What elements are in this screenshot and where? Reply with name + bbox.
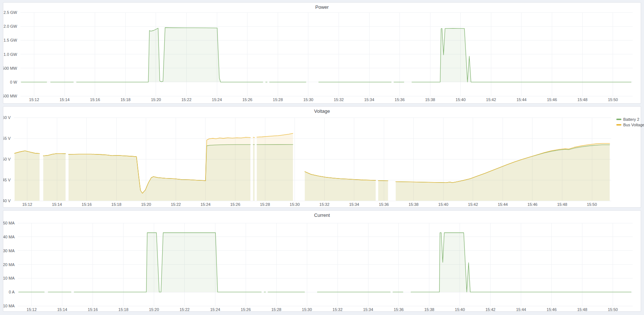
y-tick-label: 60 V (3, 115, 11, 120)
y-tick-label: 2.5 GW (4, 10, 17, 15)
voltage-chart[interactable]: 60 V55 V50 V45 V40 V15:1215:1415:1615:18… (3, 107, 641, 207)
y-tick-label: -10 MA (3, 304, 15, 308)
current-area (74, 233, 261, 292)
x-tick-label: 15:36 (394, 307, 404, 311)
x-tick-label: 15:30 (303, 97, 313, 102)
legend-marker-bus-voltage-icon (616, 124, 621, 126)
x-tick-label: 15:16 (82, 202, 92, 207)
series-paths (21, 28, 631, 82)
x-tick-label: 15:30 (302, 307, 312, 311)
axis-labels: 2.5 GW2.0 GW1.5 GW1.0 GW500 MW0 W-500 MW… (3, 10, 618, 102)
x-tick-label: 15:14 (59, 97, 70, 102)
x-tick-label: 15:32 (332, 307, 343, 311)
legend-item-battery-2[interactable]: Battery 2 (616, 116, 644, 122)
x-tick-label: 15:48 (577, 97, 588, 102)
x-tick-label: 15:12 (27, 307, 37, 311)
gridlines (18, 223, 633, 306)
bus-voltage-area (305, 172, 376, 201)
power-area (77, 28, 263, 82)
bus-voltage-area (69, 137, 250, 201)
legend-item-bus-voltage[interactable]: Bus Voltage (616, 122, 644, 127)
x-tick-label: 15:26 (242, 97, 253, 102)
x-tick-label: 15:24 (210, 307, 220, 311)
y-tick-label: 20 MA (3, 262, 15, 267)
y-tick-label: 0 W (10, 80, 17, 84)
x-tick-label: 15:18 (118, 307, 129, 311)
bus-voltage-area (257, 133, 293, 201)
series-paths (19, 233, 631, 292)
x-tick-label: 15:36 (395, 97, 405, 102)
x-tick-label: 15:28 (271, 307, 281, 311)
x-tick-label: 15:14 (57, 307, 67, 311)
x-tick-label: 15:34 (364, 97, 374, 102)
x-tick-label: 15:40 (438, 202, 449, 207)
power-plot[interactable]: 2.5 GW2.0 GW1.5 GW1.0 GW500 MW0 W-500 MW… (3, 3, 641, 103)
y-tick-label: -500 MW (3, 94, 17, 98)
series-paths (15, 133, 610, 201)
x-tick-label: 15:18 (112, 202, 122, 207)
x-tick-label: 15:12 (22, 202, 32, 207)
panel-title-current[interactable]: Current (3, 212, 641, 218)
x-tick-label: 15:48 (557, 202, 567, 207)
panel-current: Current 50 MA40 MA30 MA20 MA10 MA0 A-10 … (3, 210, 641, 312)
x-tick-label: 15:20 (151, 97, 161, 102)
x-tick-label: 15:26 (230, 202, 241, 207)
x-tick-label: 15:40 (455, 307, 465, 311)
x-tick-label: 15:44 (498, 202, 508, 207)
axis-labels: 50 MA40 MA30 MA20 MA10 MA0 A-10 MA15:121… (3, 221, 618, 311)
bus-voltage-area (378, 181, 388, 201)
x-tick-label: 15:18 (121, 97, 131, 102)
x-tick-label: 15:50 (608, 97, 618, 102)
x-tick-label: 15:50 (587, 202, 597, 207)
x-tick-label: 15:24 (212, 97, 222, 102)
gridlines (20, 12, 633, 96)
x-tick-label: 15:46 (547, 97, 557, 102)
x-tick-label: 15:28 (260, 202, 270, 207)
x-tick-label: 15:50 (608, 307, 618, 311)
y-tick-label: 30 MA (3, 249, 15, 253)
legend-label-battery-2: Battery 2 (623, 117, 639, 122)
x-tick-label: 15:42 (485, 307, 496, 311)
legend-label-bus-voltage: Bus Voltage (623, 123, 644, 127)
x-tick-label: 15:42 (486, 97, 496, 102)
x-tick-label: 15:28 (273, 97, 283, 102)
bus-voltage-area (253, 137, 254, 201)
x-tick-label: 15:14 (52, 202, 62, 207)
x-tick-label: 15:38 (425, 97, 435, 102)
x-tick-label: 15:24 (200, 202, 211, 207)
x-tick-label: 15:34 (363, 307, 373, 311)
x-tick-label: 15:30 (290, 202, 300, 207)
power-chart[interactable]: 2.5 GW2.0 GW1.5 GW1.0 GW500 MW0 W-500 MW… (3, 3, 641, 103)
x-tick-label: 15:16 (90, 97, 100, 102)
y-tick-label: 45 V (3, 178, 11, 182)
x-tick-label: 15:32 (334, 97, 344, 102)
bus-voltage-line (378, 181, 388, 181)
y-tick-label: 0 A (9, 290, 15, 294)
bus-voltage-area (43, 154, 66, 201)
x-tick-label: 15:46 (547, 307, 557, 311)
panel-title-voltage[interactable]: Voltage (3, 108, 641, 114)
current-plot[interactable]: 50 MA40 MA30 MA20 MA10 MA0 A-10 MA15:121… (3, 211, 641, 311)
current-chart[interactable]: 50 MA40 MA30 MA20 MA10 MA0 A-10 MA15:121… (3, 211, 641, 311)
panel-power: Power 2.5 GW2.0 GW1.5 GW1.0 GW500 MW0 W-… (3, 2, 641, 104)
bus-voltage-area (15, 151, 40, 201)
x-tick-label: 15:22 (182, 97, 192, 102)
x-tick-label: 15:48 (577, 307, 588, 311)
panel-title-power[interactable]: Power (3, 4, 641, 10)
y-tick-label: 50 V (3, 157, 11, 161)
y-tick-label: 1.5 GW (4, 38, 17, 42)
x-tick-label: 15:20 (149, 307, 159, 311)
x-tick-label: 15:38 (424, 307, 434, 311)
y-tick-label: 40 V (3, 199, 11, 203)
x-tick-label: 15:12 (29, 97, 39, 102)
x-tick-label: 15:44 (516, 97, 527, 102)
y-tick-label: 2.0 GW (4, 24, 17, 28)
x-tick-label: 15:20 (141, 202, 151, 207)
x-tick-label: 15:40 (456, 97, 466, 102)
y-tick-label: 50 MA (3, 221, 15, 225)
x-tick-label: 15:42 (468, 202, 478, 207)
x-tick-label: 15:38 (409, 202, 419, 207)
voltage-plot[interactable]: 60 V55 V50 V45 V40 V15:1215:1415:1615:18… (3, 107, 641, 207)
y-tick-label: 1.0 GW (4, 52, 17, 57)
x-tick-label: 15:16 (88, 307, 98, 311)
